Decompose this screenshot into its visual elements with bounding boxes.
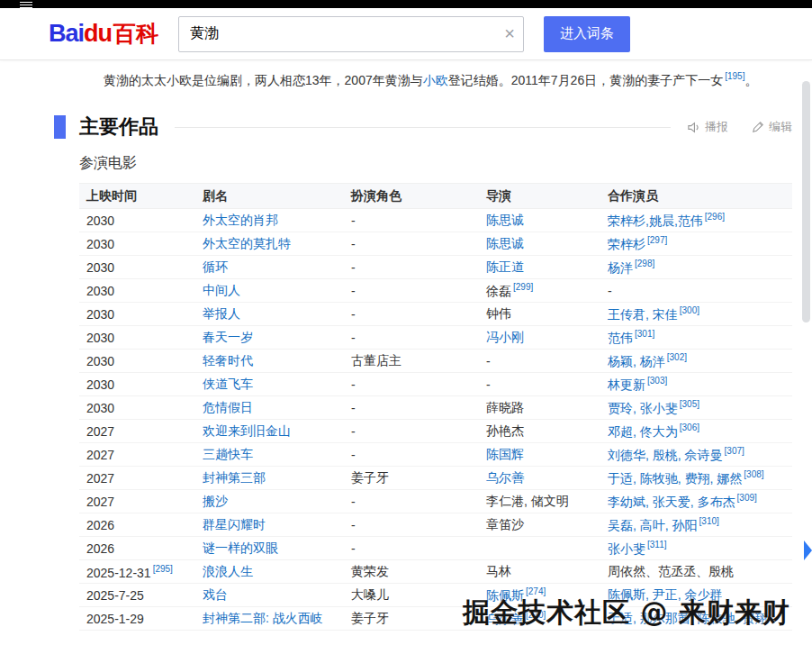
date-ref[interactable]: [295]	[153, 564, 173, 574]
release-date: 2030	[86, 237, 114, 251]
costars-ref[interactable]: [296]	[705, 212, 725, 222]
cell-role: -	[344, 420, 479, 443]
costars-names[interactable]: 李幼斌, 张天爱, 多布杰	[608, 494, 735, 508]
costars-ref[interactable]: [305]	[680, 399, 699, 409]
movie-link[interactable]: 中间人	[203, 283, 240, 297]
cell-director: 冯小刚	[479, 326, 600, 350]
baidu-baike-logo[interactable]: Baidu百科	[49, 19, 158, 49]
side-panel-arrow-icon[interactable]	[804, 541, 812, 560]
movie-link[interactable]: 戏台	[203, 587, 228, 602]
director-name[interactable]: 陈思诚	[486, 236, 524, 250]
director-name: 章笛沙	[486, 517, 524, 531]
movie-link[interactable]: 欢迎来到旧金山	[203, 423, 291, 438]
movie-link[interactable]: 浪浪人生	[203, 564, 253, 578]
clear-icon[interactable]: ×	[504, 23, 515, 43]
director-name[interactable]: 陈正道	[486, 259, 524, 274]
costars-ref[interactable]: [308]	[744, 469, 763, 479]
costars-names[interactable]: 王传君, 宋佳	[608, 306, 678, 321]
release-date: 2030	[86, 213, 114, 228]
xiaoou-link[interactable]: 小欧	[423, 73, 448, 87]
role-text: -	[351, 284, 356, 298]
table-row: 2027 封神第三部 姜子牙 乌尔善 于适, 陈牧驰, 费翔, 娜然[308]	[79, 467, 792, 490]
movie-link[interactable]: 三趟快车	[203, 447, 253, 461]
movie-link[interactable]: 危情假日	[203, 400, 253, 414]
ref-195[interactable]: [195]	[725, 71, 744, 81]
costars-names[interactable]: 范伟	[608, 330, 633, 344]
costars-ref[interactable]: [300]	[680, 305, 699, 315]
costars-ref[interactable]: [297]	[647, 235, 667, 245]
cell-title: 群星闪耀时	[195, 513, 344, 537]
movie-link[interactable]: 搬沙	[203, 494, 228, 508]
costars-names[interactable]: 于适, 陈牧驰, 费翔, 娜然	[608, 470, 742, 485]
table-row: 2030 中间人 - 徐磊[299] -	[79, 279, 792, 303]
broadcast-button[interactable]: 播报	[687, 119, 728, 135]
costars-names[interactable]: 贾玲, 张小斐	[608, 400, 678, 414]
filmography-table: 上映时间 剧名 扮演角色 导演 合作演员 2030 外太空的肖邦 - 陈思诚 荣…	[79, 183, 792, 631]
costars-ref[interactable]: [307]	[725, 446, 744, 456]
costars-ref[interactable]: [298]	[635, 259, 654, 268]
movie-link[interactable]: 轻奢时代	[203, 353, 253, 368]
cell-costars: 王传君, 宋佳[300]	[600, 303, 792, 326]
cell-role: -	[344, 256, 479, 279]
cell-role: -	[344, 279, 479, 303]
release-date: 2027	[86, 471, 114, 486]
costars-ref[interactable]: [303]	[647, 376, 667, 386]
costars-names[interactable]: 荣梓杉,姚晨,范伟	[608, 213, 703, 227]
costars-names[interactable]: 吴磊, 高叶, 孙阳	[608, 517, 698, 531]
release-date: 2026	[86, 518, 114, 532]
movie-link[interactable]: 循环	[203, 259, 228, 274]
cell-costars: 吴磊, 高叶, 孙阳[310]	[600, 513, 792, 537]
cell-role: -	[344, 209, 479, 232]
director-name: 徐磊	[486, 283, 511, 297]
costars-names[interactable]: 杨颖, 杨洋	[608, 353, 665, 368]
movie-link[interactable]: 群星闪耀时	[203, 517, 266, 531]
costars-ref[interactable]: [310]	[699, 516, 719, 526]
cell-role: -	[344, 537, 479, 560]
costars-names[interactable]: 林更新	[608, 377, 645, 391]
costars-ref[interactable]: [311]	[647, 540, 667, 550]
edit-button[interactable]: 编辑	[752, 119, 792, 135]
cell-director: 乌尔善	[479, 467, 600, 490]
movie-link[interactable]: 举报人	[203, 306, 240, 321]
search-input[interactable]	[178, 16, 524, 52]
movie-link[interactable]: 外太空的莫扎特	[203, 236, 291, 250]
role-text: 姜子牙	[351, 470, 389, 485]
movie-link[interactable]: 谜一样的双眼	[203, 541, 278, 555]
cell-title: 侠道飞车	[195, 373, 344, 396]
scrollbar-thumb[interactable]	[802, 81, 810, 322]
cell-director	[479, 537, 600, 560]
cell-director: 章笛沙	[479, 513, 600, 537]
movie-link[interactable]: 春天一岁	[203, 330, 253, 344]
enter-entry-button[interactable]: 进入词条	[544, 16, 630, 52]
director-ref[interactable]: [299]	[513, 282, 533, 292]
movie-link[interactable]: 封神第三部	[203, 470, 266, 485]
cell-director: -	[479, 373, 600, 396]
cell-title: 轻奢时代	[195, 350, 344, 373]
movie-link[interactable]: 侠道飞车	[203, 377, 253, 391]
costars-names[interactable]: 邓超, 佟大为	[608, 423, 678, 438]
costars-names[interactable]: 张小斐	[608, 541, 645, 555]
role-text: -	[351, 495, 356, 509]
section-accent-bar	[54, 115, 66, 139]
costars-ref[interactable]: [309]	[737, 493, 757, 503]
director-name[interactable]: 冯小刚	[486, 330, 524, 344]
cell-costars: 刘德华, 殷桃, 佘诗曼[307]	[600, 443, 792, 467]
table-row: 2030 举报人 - 钟伟 王传君, 宋佳[300]	[79, 303, 792, 326]
costars-names[interactable]: 刘德华, 殷桃, 佘诗曼	[608, 447, 723, 461]
director-name[interactable]: 乌尔善	[486, 470, 524, 485]
costars-ref[interactable]: [306]	[680, 422, 699, 432]
cell-role: -	[344, 443, 479, 467]
role-text: -	[351, 331, 356, 345]
costars-names[interactable]: 荣梓杉	[608, 236, 645, 250]
release-date: 2025-7-25	[86, 588, 144, 603]
movie-link[interactable]: 外太空的肖邦	[203, 213, 278, 227]
costars-ref[interactable]: [302]	[667, 352, 687, 362]
movie-link[interactable]: 封神第二部: 战火西岐	[203, 611, 323, 625]
broadcast-label: 播报	[705, 119, 728, 135]
cell-title: 循环	[195, 256, 344, 279]
costars-ref[interactable]: [301]	[635, 329, 654, 339]
menu-icon[interactable]	[20, 2, 32, 3]
director-name[interactable]: 陈国辉	[486, 447, 524, 461]
director-name[interactable]: 陈思诚	[486, 213, 524, 227]
costars-names[interactable]: 杨洋	[608, 259, 633, 274]
